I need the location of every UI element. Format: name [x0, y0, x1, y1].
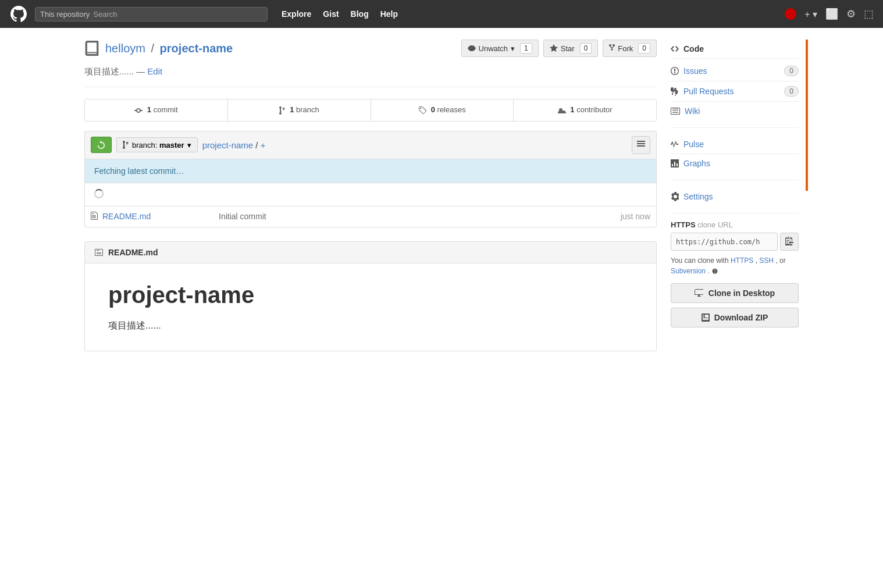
- pulse-link[interactable]: Pulse: [671, 135, 799, 154]
- branch-chevron: ▾: [187, 141, 191, 149]
- pull-requests-link[interactable]: Pull Requests 0: [671, 81, 799, 101]
- graphs-link[interactable]: Graphs: [671, 154, 799, 173]
- wiki-label: Wiki: [685, 106, 700, 116]
- settings-icon[interactable]: ⚙: [846, 8, 856, 20]
- stats-bar: 1 commit 1 branch 0 releases 1 contribut…: [84, 99, 657, 122]
- path-root-link[interactable]: project-name: [202, 140, 254, 150]
- header-right: + ▾ ⬜ ⚙ ⬚: [785, 8, 874, 20]
- pull-request-icon: [671, 87, 679, 96]
- branch-left: branch: master ▾ project-name / +: [91, 137, 265, 153]
- readme-icon: [94, 248, 104, 257]
- clone-https-link[interactable]: HTTPS: [731, 256, 753, 265]
- sidebar-item-pulse[interactable]: Pulse: [671, 135, 799, 154]
- clone-ssh-link[interactable]: SSH: [759, 256, 774, 265]
- sidebar-item-issues[interactable]: Issues 0: [671, 61, 799, 81]
- pull-requests-label: Pull Requests: [683, 87, 734, 96]
- unwatch-button[interactable]: Unwatch ▾ 1: [461, 40, 539, 57]
- sidebar-nav-3: Settings: [671, 187, 799, 206]
- branch-icon: [279, 106, 286, 115]
- settings-link[interactable]: Settings: [671, 187, 799, 206]
- file-commit-time: just now: [592, 212, 650, 221]
- sidebar-divider-1: [671, 127, 799, 128]
- star-label: Star: [561, 44, 575, 53]
- star-button[interactable]: Star 0: [543, 40, 599, 57]
- search-bar[interactable]: This repository: [35, 7, 268, 22]
- commits-icon: [134, 106, 143, 115]
- wiki-link[interactable]: Wiki: [671, 102, 799, 120]
- clipboard-icon: [785, 236, 793, 245]
- pulse-label: Pulse: [683, 140, 704, 149]
- file-doc-icon: [91, 211, 98, 220]
- new-repo-button[interactable]: + ▾: [804, 9, 817, 20]
- clone-desktop-label: Clone in Desktop: [708, 288, 775, 298]
- fork-icon: [609, 44, 615, 53]
- help-icon: [711, 268, 718, 275]
- repo-owner-link[interactable]: helloym: [105, 42, 145, 55]
- commits-label: commit: [154, 105, 178, 114]
- github-logo-icon[interactable]: [9, 5, 28, 23]
- clone-url-row: [671, 233, 799, 251]
- branch-select-icon: [123, 140, 129, 149]
- signout-icon[interactable]: ⬚: [864, 8, 874, 20]
- file-name-link[interactable]: README.md: [102, 212, 219, 221]
- branches-stat[interactable]: 1 branch: [228, 99, 371, 121]
- refresh-button[interactable]: [91, 137, 112, 153]
- branch-selector[interactable]: branch: master ▾: [116, 137, 198, 152]
- table-row[interactable]: README.md Initial commit just now: [85, 206, 656, 227]
- refresh-icon: [97, 141, 105, 149]
- monitor-clone-icon: [695, 288, 704, 298]
- list-icon: [637, 140, 645, 149]
- clone-protocol: HTTPS: [671, 220, 696, 229]
- unwatch-chevron: ▾: [511, 44, 515, 53]
- monitor-icon[interactable]: ⬜: [825, 8, 838, 20]
- header: This repository Explore Gist Blog Help +…: [0, 0, 883, 28]
- clone-desc-3: , or: [775, 256, 785, 265]
- nav-gist[interactable]: Gist: [323, 9, 339, 19]
- issue-icon: [671, 66, 679, 76]
- sidebar-item-settings[interactable]: Settings: [671, 187, 799, 206]
- nav-help[interactable]: Help: [380, 9, 398, 19]
- repo-name-link[interactable]: project-name: [160, 42, 233, 55]
- description-text: 项目描述...... —: [84, 66, 147, 76]
- search-input[interactable]: [93, 10, 262, 19]
- breadcrumb: helloym / project-name: [105, 42, 233, 55]
- commits-num: 1: [147, 105, 151, 114]
- download-zip-button[interactable]: Download ZIP: [671, 308, 799, 327]
- readme-description: 项目描述......: [108, 320, 633, 332]
- sidebar-item-wiki[interactable]: Wiki: [671, 102, 799, 120]
- avatar[interactable]: [785, 8, 796, 20]
- issues-link[interactable]: Issues 0: [671, 61, 799, 81]
- clone-subversion-link[interactable]: Subversion: [671, 267, 706, 275]
- fork-button[interactable]: Fork 0: [603, 40, 657, 57]
- commits-stat[interactable]: 1 commit: [85, 99, 228, 121]
- readme-body: project-name 项目描述......: [85, 263, 656, 351]
- sidebar-divider-3: [671, 213, 799, 213]
- sidebar-code-label: Code: [683, 44, 704, 54]
- nav-explore[interactable]: Explore: [282, 9, 311, 19]
- path-new-link[interactable]: +: [261, 140, 266, 150]
- repo-path: project-name / +: [202, 140, 266, 150]
- clone-url-input[interactable]: [671, 233, 778, 251]
- sidebar-item-graphs[interactable]: Graphs: [671, 154, 799, 173]
- branches-label: branch: [296, 105, 319, 114]
- releases-stat[interactable]: 0 releases: [371, 99, 514, 121]
- graphs-icon: [671, 159, 679, 168]
- clone-copy-button[interactable]: [780, 233, 799, 251]
- nav-blog[interactable]: Blog: [351, 9, 369, 19]
- book-icon: [671, 106, 680, 116]
- branch-bar: branch: master ▾ project-name / +: [84, 131, 657, 159]
- clone-desktop-button[interactable]: Clone in Desktop: [671, 283, 799, 303]
- contributors-stat[interactable]: 1 contributor: [514, 99, 656, 121]
- star-count: 0: [580, 43, 592, 54]
- file-table: Fetching latest commit… README.md Initia…: [84, 159, 657, 227]
- sidebar-item-pulls[interactable]: Pull Requests 0: [671, 81, 799, 102]
- releases-num: 0: [431, 105, 435, 114]
- clone-url-suffix: clone URL: [697, 220, 733, 229]
- branches-num: 1: [290, 105, 294, 114]
- loading-spinner: [94, 189, 104, 198]
- pull-requests-count: 0: [784, 86, 799, 97]
- edit-description-link[interactable]: Edit: [147, 66, 162, 76]
- breadcrumb-separator: /: [151, 42, 157, 55]
- download-icon: [702, 313, 710, 322]
- file-list-view-button[interactable]: [632, 136, 650, 154]
